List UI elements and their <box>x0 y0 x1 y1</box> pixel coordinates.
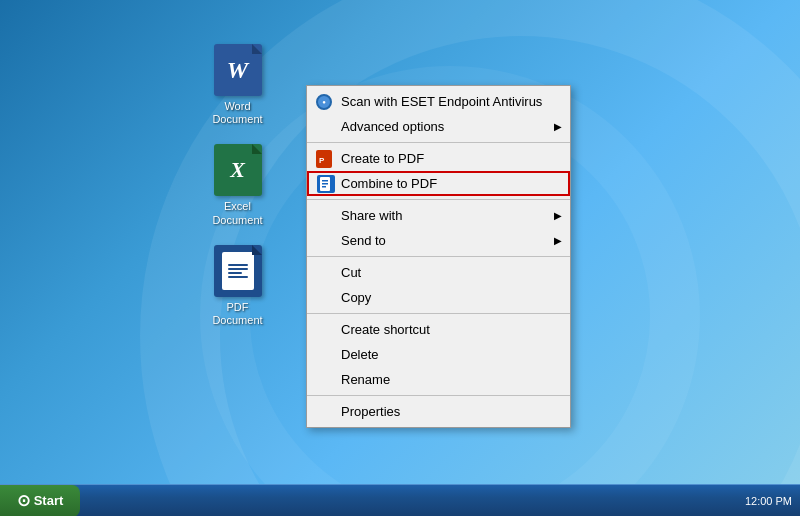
word-letter: W <box>227 57 248 84</box>
excel-letter: X <box>230 157 245 183</box>
menu-label-cut: Cut <box>341 265 361 280</box>
menu-item-combine-pdf[interactable]: Combine to PDF <box>307 171 570 196</box>
excel-icon-image: X <box>212 144 264 196</box>
taskbar-tray: 12:00 PM <box>745 495 800 507</box>
word-icon-bg: W <box>214 44 262 96</box>
menu-item-properties[interactable]: Properties <box>307 399 570 424</box>
menu-label-create-shortcut: Create shortcut <box>341 322 430 337</box>
pdf-document-label: PDFDocument <box>212 301 262 327</box>
menu-item-share-with[interactable]: Share with <box>307 203 570 228</box>
menu-label-share-with: Share with <box>341 208 402 223</box>
pdf-icon-image <box>212 245 264 297</box>
start-orb: ⊙ <box>17 491 30 510</box>
menu-label-combine-pdf: Combine to PDF <box>341 176 437 191</box>
menu-item-scan-eset[interactable]: Scan with ESET Endpoint Antivirus <box>307 89 570 114</box>
svg-rect-4 <box>322 180 328 182</box>
menu-separator-1 <box>307 142 570 143</box>
word-icon-image: W <box>212 44 264 96</box>
excel-icon-bg: X <box>214 144 262 196</box>
pdf-doc-icon: P <box>316 150 332 168</box>
menu-item-advanced-options[interactable]: Advanced options <box>307 114 570 139</box>
menu-label-copy: Copy <box>341 290 371 305</box>
menu-label-delete: Delete <box>341 347 379 362</box>
pdf-document-icon[interactable]: PDFDocument <box>200 241 275 331</box>
excel-document-label: ExcelDocument <box>212 200 262 226</box>
eset-shield-icon <box>316 94 332 110</box>
menu-label-create-pdf: Create to PDF <box>341 151 424 166</box>
pdf-line-1 <box>228 264 248 266</box>
menu-item-copy[interactable]: Copy <box>307 285 570 310</box>
pdf-line-3 <box>228 272 242 274</box>
system-time: 12:00 PM <box>745 495 792 507</box>
context-menu: Scan with ESET Endpoint Antivirus Advanc… <box>306 85 571 428</box>
combine-icon-svg <box>317 175 335 193</box>
word-document-label: WordDocument <box>212 100 262 126</box>
pdf-line-2 <box>228 268 248 270</box>
pdf-icon-bg <box>214 245 262 297</box>
svg-rect-6 <box>322 186 326 188</box>
svg-text:P: P <box>319 156 325 165</box>
create-pdf-icon: P <box>315 150 333 168</box>
menu-label-advanced-options: Advanced options <box>341 119 444 134</box>
menu-item-cut[interactable]: Cut <box>307 260 570 285</box>
combine-pdf-icon <box>317 175 335 193</box>
excel-document-icon[interactable]: X ExcelDocument <box>200 140 275 230</box>
eset-icon <box>315 93 333 111</box>
menu-label-send-to: Send to <box>341 233 386 248</box>
menu-item-send-to[interactable]: Send to <box>307 228 570 253</box>
pdf-line-4 <box>228 276 248 278</box>
taskbar: ⊙ Start 12:00 PM <box>0 484 800 516</box>
word-document-icon[interactable]: W WordDocument <box>200 40 275 130</box>
menu-label-rename: Rename <box>341 372 390 387</box>
svg-rect-5 <box>322 183 328 185</box>
menu-label-properties: Properties <box>341 404 400 419</box>
start-label: Start <box>34 493 64 508</box>
menu-item-create-pdf[interactable]: P Create to PDF <box>307 146 570 171</box>
menu-label-scan-eset: Scan with ESET Endpoint Antivirus <box>341 94 542 109</box>
menu-separator-2 <box>307 199 570 200</box>
pdf-inner <box>222 252 254 290</box>
menu-item-create-shortcut[interactable]: Create shortcut <box>307 317 570 342</box>
menu-item-delete[interactable]: Delete <box>307 342 570 367</box>
menu-separator-5 <box>307 395 570 396</box>
menu-separator-4 <box>307 313 570 314</box>
start-button[interactable]: ⊙ Start <box>0 485 80 517</box>
pdf-lines <box>228 264 248 278</box>
menu-separator-3 <box>307 256 570 257</box>
menu-item-rename[interactable]: Rename <box>307 367 570 392</box>
desktop-icons-container: W WordDocument X ExcelDocument <box>200 40 275 331</box>
